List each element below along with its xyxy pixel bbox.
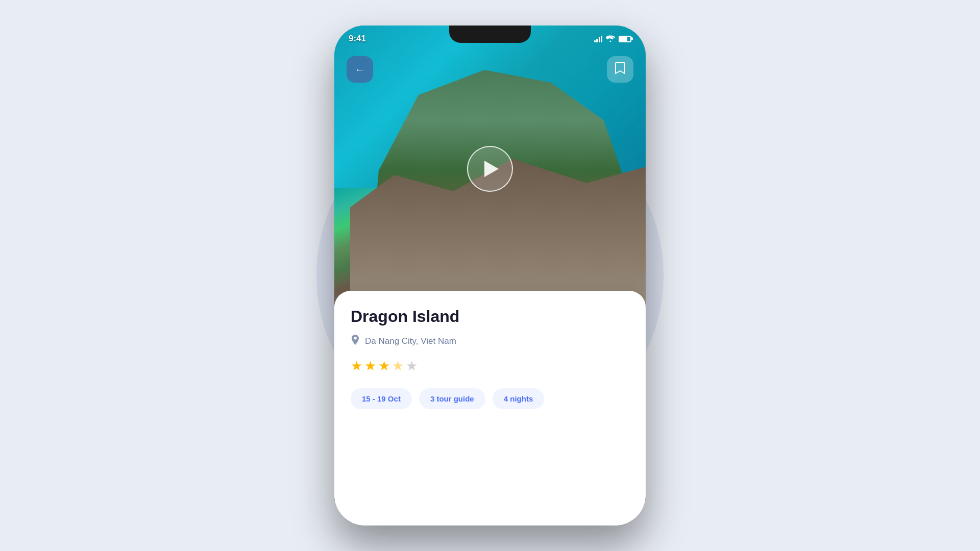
tag-guide[interactable]: 3 tour guide [419,388,485,409]
stars-row: ★ ★ ★ ★ ★ [351,358,629,374]
destination-title: Dragon Island [351,307,629,326]
tag-date[interactable]: 15 - 19 Oct [351,388,412,409]
notch [449,26,531,43]
star-2: ★ [364,358,376,374]
play-button[interactable] [467,146,513,192]
pagination-dots [468,304,512,308]
back-button[interactable]: ← [347,56,373,83]
star-3: ★ [378,358,390,374]
tag-nights[interactable]: 4 nights [493,388,545,409]
star-5: ★ [406,358,418,374]
info-card: Dragon Island Da Nang City, Viet Nam ★ ★… [334,291,646,525]
bookmark-icon [615,62,626,78]
status-time: 9:41 [349,34,366,44]
battery-icon [619,36,631,42]
dot-3[interactable] [492,304,496,308]
star-1: ★ [351,358,362,374]
status-icons [594,35,632,43]
dot-2[interactable] [484,304,488,308]
bookmark-button[interactable] [607,56,633,83]
back-arrow-icon: ← [355,64,365,74]
wifi-icon [606,35,615,43]
phone-screen: 9:41 [334,26,646,525]
phone-frame: 9:41 [334,26,646,525]
location-row: Da Nang City, Viet Nam [351,334,629,348]
signal-icon [594,35,603,42]
dot-4[interactable] [500,304,504,308]
star-4: ★ [392,358,404,374]
location-text: Da Nang City, Viet Nam [365,336,456,346]
dot-5[interactable] [508,304,512,308]
dot-1[interactable] [468,304,480,308]
tags-row: 15 - 19 Oct 3 tour guide 4 nights [351,388,629,409]
hero-image-area: ← [334,26,646,321]
play-icon [484,161,499,177]
location-pin-icon [351,334,360,348]
